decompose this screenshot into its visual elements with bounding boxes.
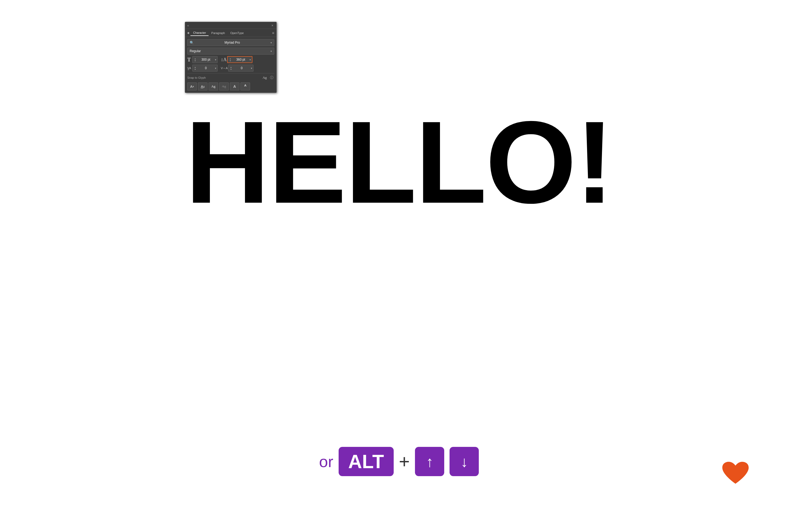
snap-to-glyph-label: Snap to Glyph — [187, 76, 206, 79]
tracking-icon: V↔A — [221, 66, 228, 70]
kerning-spinners[interactable]: ▲ ▼ — [194, 66, 196, 70]
font-style-row: Regular ▾ — [187, 48, 274, 55]
or-text: or — [319, 453, 333, 471]
tracking-field[interactable]: ▲ ▼ 0 ▾ — [228, 65, 253, 72]
snap-icon-ag[interactable]: Ag — [262, 75, 267, 80]
leading-up-arrow[interactable]: ▲ — [229, 58, 231, 60]
panel-tabs: ◆ Character Paragraph OpenType ≡ — [185, 29, 277, 37]
style-btn-ag-serif[interactable]: Ag — [209, 82, 218, 91]
leading-down-arrow[interactable]: ▼ — [229, 60, 231, 62]
style-btn-ag-strikethrough[interactable]: Ag — [219, 82, 229, 91]
panel-body: 🔍 Myriad Pro ▾ Regular ▾ T ▲ ▼ 300 pt ▾ — [185, 37, 277, 93]
leading-group: ↕A ▲ ▼ 360 pt ▾ — [221, 56, 252, 63]
leading-dropdown-arrow[interactable]: ▾ — [249, 58, 251, 61]
up-arrow-badge: ↑ — [415, 447, 444, 476]
style-btn-allcaps[interactable]: Ax — [187, 82, 197, 91]
hello-text: HELLO! — [0, 104, 798, 221]
font-size-spinners[interactable]: ▲ ▼ — [194, 58, 196, 62]
kerning-tracking-row: V̲A ▲ ▼ 0 ▾ V↔A ▲ ▼ 0 ▾ — [187, 65, 274, 72]
leading-icon: ↕A — [221, 57, 227, 62]
panel-collapse-button[interactable]: « — [187, 24, 189, 27]
kerning-icon: V̲A — [187, 66, 191, 70]
style-btn-a-super[interactable]: A — [230, 82, 240, 91]
leading-field[interactable]: ▲ ▼ 360 pt ▾ — [227, 56, 252, 63]
tab-paragraph[interactable]: Paragraph — [209, 30, 227, 36]
character-panel: « × ◆ Character Paragraph OpenType ≡ 🔍 M… — [185, 22, 277, 93]
tracking-value: 0 — [232, 66, 251, 70]
font-name-dropdown-arrow: ▾ — [270, 41, 272, 44]
tab-character[interactable]: Character — [190, 30, 209, 36]
panel-tab-diamond-icon: ◆ — [187, 31, 189, 35]
font-size-dropdown-arrow[interactable]: ▾ — [215, 58, 216, 61]
tracking-up-arrow[interactable]: ▲ — [230, 66, 232, 68]
leading-value: 360 pt — [232, 58, 249, 61]
style-btn-smallcaps[interactable]: Ax — [198, 82, 208, 91]
kerning-dropdown-arrow[interactable]: ▾ — [215, 67, 216, 70]
down-arrow-icon: ↓ — [460, 453, 468, 470]
snap-to-glyph-row: Snap to Glyph Ag ⓘ — [187, 75, 274, 81]
plus-text: + — [399, 451, 410, 472]
snap-icon-info[interactable]: ⓘ — [269, 75, 274, 80]
leading-spinners[interactable]: ▲ ▼ — [229, 58, 231, 62]
panel-titlebar: « × — [185, 22, 277, 29]
up-arrow-icon: ↑ — [426, 453, 433, 470]
font-size-icon: T — [187, 57, 191, 63]
font-name-selector[interactable]: 🔍 Myriad Pro ▾ — [187, 39, 274, 46]
panel-titlebar-left: « — [187, 24, 190, 27]
down-arrow-badge: ↓ — [450, 447, 479, 476]
kerning-value: 0 — [196, 66, 215, 70]
font-style-value: Regular — [190, 49, 201, 53]
font-name-value: Myriad Pro — [225, 41, 240, 44]
instruction-row: or ALT + ↑ ↓ — [0, 447, 798, 476]
font-size-field[interactable]: ▲ ▼ 300 pt ▾ — [192, 56, 217, 63]
style-btn-a-subscript[interactable]: ᴬ — [241, 82, 250, 91]
heart-icon — [721, 460, 750, 487]
tab-opentype[interactable]: OpenType — [228, 30, 247, 36]
font-style-selector[interactable]: Regular ▾ — [187, 48, 274, 55]
font-size-down-arrow[interactable]: ▼ — [194, 60, 196, 62]
style-buttons-row: Ax Ax Ag Ag A ᴬ — [187, 82, 274, 91]
tracking-spinners[interactable]: ▲ ▼ — [230, 66, 232, 70]
alt-key-badge: ALT — [339, 447, 394, 476]
tracking-down-arrow[interactable]: ▼ — [230, 68, 232, 70]
size-leading-row: T ▲ ▼ 300 pt ▾ ↕A ▲ ▼ 360 pt ▾ — [187, 56, 274, 63]
kerning-field[interactable]: ▲ ▼ 0 ▾ — [192, 65, 217, 72]
panel-close-button[interactable]: × — [270, 24, 274, 27]
font-search-icon: 🔍 — [190, 41, 194, 45]
kerning-up-arrow[interactable]: ▲ — [194, 66, 196, 68]
tracking-group: V↔A ▲ ▼ 0 ▾ — [221, 65, 253, 72]
font-style-dropdown-arrow: ▾ — [270, 50, 272, 53]
font-name-row: 🔍 Myriad Pro ▾ — [187, 39, 274, 46]
kerning-down-arrow[interactable]: ▼ — [194, 68, 196, 70]
panel-menu-icon[interactable]: ≡ — [272, 31, 274, 35]
tracking-dropdown-arrow[interactable]: ▾ — [251, 67, 252, 70]
font-size-up-arrow[interactable]: ▲ — [194, 58, 196, 60]
snap-icons-group: Ag ⓘ — [262, 75, 274, 80]
font-size-value: 300 pt — [196, 58, 215, 61]
alt-key-label: ALT — [348, 451, 384, 472]
